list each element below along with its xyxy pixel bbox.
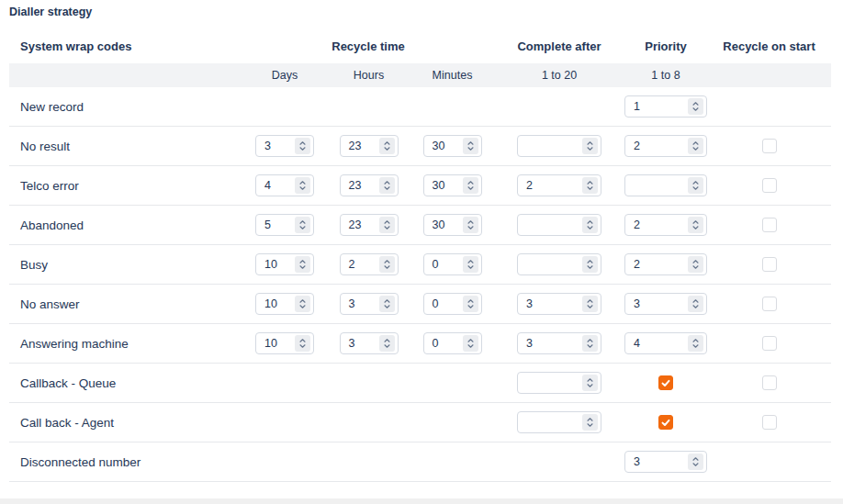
spinner-stepper-icon[interactable] [688, 138, 703, 154]
spinner-stepper-icon[interactable] [688, 217, 703, 233]
recycle-on-start-checkbox[interactable] [762, 218, 777, 232]
spinner-stepper-icon[interactable] [688, 256, 703, 273]
hours-cell: 3 [327, 324, 410, 363]
priority-spinner[interactable] [624, 174, 707, 196]
hours-cell: 3 [327, 285, 410, 323]
spinner-stepper-icon[interactable] [463, 138, 478, 154]
next-section-edge [0, 498, 843, 504]
recycle-on-start-checkbox[interactable] [762, 139, 777, 153]
table-row: No answer103033 [9, 285, 831, 324]
priority-spinner[interactable]: 2 [624, 253, 707, 275]
priority-spinner[interactable]: 4 [624, 332, 707, 354]
spinner-stepper-icon[interactable] [688, 98, 703, 115]
recycle-on-start-checkbox[interactable] [762, 178, 777, 193]
spinner-stepper-icon[interactable] [295, 138, 310, 154]
complete-after-spinner[interactable]: 2 [517, 174, 601, 196]
priority-spinner[interactable]: 3 [624, 293, 707, 315]
spinner-stepper-icon[interactable] [463, 335, 478, 352]
spinner-stepper-icon[interactable] [379, 177, 395, 194]
wrap-code-label: Busy [9, 245, 242, 284]
complete-after-spinner[interactable] [517, 135, 601, 157]
spinner-stepper-icon[interactable] [582, 217, 598, 233]
minutes-spinner[interactable]: 0 [423, 293, 482, 315]
spinner-value: 5 [264, 218, 271, 231]
priority-spinner[interactable]: 1 [624, 95, 707, 118]
hours-spinner[interactable]: 3 [340, 293, 399, 315]
complete-after-spinner[interactable] [517, 214, 601, 236]
spinner-stepper-icon[interactable] [295, 256, 310, 273]
subheader-empty-end [707, 63, 831, 87]
hours-spinner[interactable]: 3 [340, 332, 399, 354]
spinner-stepper-icon[interactable] [582, 375, 598, 391]
complete-after-spinner[interactable] [517, 372, 601, 394]
spinner-stepper-icon[interactable] [379, 217, 395, 233]
spinner-stepper-icon[interactable] [582, 177, 598, 194]
spinner-stepper-icon[interactable] [688, 454, 703, 470]
hours-spinner[interactable]: 23 [340, 214, 399, 236]
spinner-stepper-icon[interactable] [463, 296, 478, 312]
spinner-stepper-icon[interactable] [463, 217, 478, 233]
complete-after-spinner[interactable]: 3 [517, 293, 601, 315]
days-cell [242, 364, 327, 402]
hours-spinner[interactable]: 23 [340, 135, 399, 157]
complete-after-spinner[interactable] [517, 411, 601, 433]
spinner-stepper-icon[interactable] [688, 296, 703, 312]
spinner-value: 23 [349, 218, 362, 231]
spinner-value: 3 [349, 337, 355, 350]
wrap-code-label: Answering machine [9, 324, 242, 363]
table-row: Busy10202 [9, 245, 831, 285]
spinner-stepper-icon[interactable] [582, 256, 598, 273]
complete-after-cell: 3 [494, 324, 624, 363]
spinner-stepper-icon[interactable] [295, 296, 310, 312]
spinner-stepper-icon[interactable] [295, 335, 310, 352]
spinner-stepper-icon[interactable] [688, 177, 703, 194]
spinner-stepper-icon[interactable] [463, 177, 478, 194]
spinner-stepper-icon[interactable] [379, 256, 395, 273]
days-spinner[interactable]: 10 [255, 253, 314, 275]
dialler-strategy-table: System wrap codes Recycle time Complete … [9, 28, 831, 482]
spinner-stepper-icon[interactable] [582, 335, 598, 352]
minutes-spinner[interactable]: 30 [423, 214, 482, 236]
minutes-spinner[interactable]: 30 [423, 135, 482, 157]
days-spinner[interactable]: 3 [255, 135, 314, 157]
complete-after-spinner[interactable] [517, 253, 601, 275]
recycle-on-start-cell [707, 324, 831, 363]
days-spinner[interactable]: 4 [255, 174, 314, 196]
priority-checkbox[interactable] [658, 415, 673, 430]
spinner-stepper-icon[interactable] [463, 256, 478, 273]
header-priority: Priority [624, 28, 707, 63]
spinner-stepper-icon[interactable] [688, 335, 703, 352]
recycle-on-start-cell [707, 403, 831, 442]
complete-after-spinner[interactable]: 3 [517, 332, 601, 354]
table-row: Telco error423302 [9, 166, 831, 206]
recycle-on-start-checkbox[interactable] [762, 415, 777, 430]
spinner-stepper-icon[interactable] [379, 138, 395, 154]
spinner-stepper-icon[interactable] [582, 138, 598, 154]
recycle-on-start-checkbox[interactable] [762, 257, 777, 272]
priority-checkbox[interactable] [658, 375, 673, 390]
priority-cell [624, 403, 707, 442]
recycle-on-start-checkbox[interactable] [762, 336, 777, 351]
complete-after-cell: 3 [494, 285, 624, 323]
spinner-value: 10 [264, 258, 277, 271]
spinner-stepper-icon[interactable] [379, 335, 395, 352]
spinner-stepper-icon[interactable] [582, 414, 598, 431]
spinner-stepper-icon[interactable] [295, 177, 310, 194]
spinner-stepper-icon[interactable] [295, 217, 310, 233]
days-spinner[interactable]: 10 [255, 293, 314, 315]
recycle-on-start-checkbox[interactable] [762, 375, 777, 390]
days-spinner[interactable]: 5 [255, 214, 314, 236]
hours-spinner[interactable]: 2 [340, 253, 399, 275]
priority-spinner[interactable]: 2 [624, 214, 707, 236]
spinner-stepper-icon[interactable] [379, 296, 395, 312]
recycle-on-start-cell [707, 127, 831, 165]
recycle-on-start-checkbox[interactable] [762, 297, 777, 311]
hours-spinner[interactable]: 23 [340, 174, 399, 196]
minutes-spinner[interactable]: 0 [423, 332, 482, 354]
days-spinner[interactable]: 10 [255, 332, 314, 354]
priority-spinner[interactable]: 3 [624, 451, 707, 473]
minutes-spinner[interactable]: 30 [423, 174, 482, 196]
priority-spinner[interactable]: 2 [624, 135, 707, 157]
spinner-stepper-icon[interactable] [582, 296, 598, 312]
minutes-spinner[interactable]: 0 [423, 253, 482, 275]
